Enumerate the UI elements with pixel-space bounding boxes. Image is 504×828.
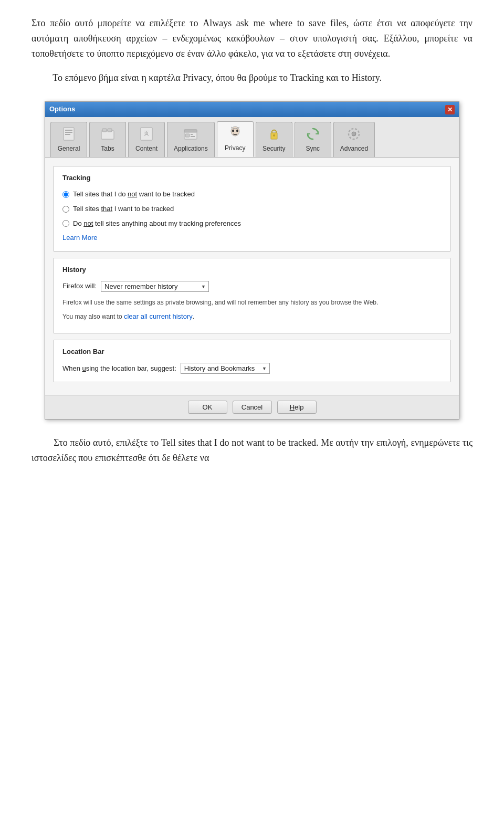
applications-icon (182, 125, 199, 142)
tab-general[interactable]: General (50, 122, 87, 157)
tab-advanced-label: Advanced (340, 144, 368, 154)
tab-privacy-label: Privacy (225, 143, 245, 153)
suggest-label: When using the location bar, suggest: (62, 363, 176, 374)
dialog-title: Options (49, 104, 75, 115)
tab-security-label: Security (262, 144, 285, 154)
tracking-option-2-row: Tell sites that I want to be tracked (62, 204, 442, 215)
tracking-option-3-row: Do not tell sites anything about my trac… (62, 218, 442, 229)
clear-history-link[interactable]: clear all current history (124, 312, 193, 320)
tracking-option-1-row: Tell sites that I do not want to be trac… (62, 189, 442, 200)
paragraph-1: Στο πεδίο αυτό μπορείτε να επιλέξετε το … (32, 16, 472, 61)
location-dropdown[interactable]: History and Bookmarks History Bookmarks … (181, 363, 270, 374)
tab-tabs[interactable]: Tabs (89, 122, 126, 157)
help-button[interactable]: Help (277, 401, 317, 414)
security-icon (266, 125, 282, 142)
svg-rect-6 (108, 129, 112, 132)
svg-rect-11 (185, 134, 190, 137)
toolbar: General Tabs 页 (45, 117, 459, 158)
tracking-radio-3[interactable] (62, 220, 69, 227)
tracking-label-1: Tell sites that I do not want to be trac… (73, 189, 195, 200)
history-row: Firefox will: Remember history Never rem… (62, 281, 442, 292)
learn-more-row: Learn More (62, 233, 442, 244)
location-select-wrapper: History and Bookmarks History Bookmarks … (181, 363, 270, 374)
tab-advanced[interactable]: Advanced (333, 122, 375, 157)
tracking-title: Tracking (62, 173, 442, 184)
advanced-icon (345, 125, 362, 142)
dialog-buttons: OK Cancel Help (45, 395, 459, 419)
tracking-label-2: Tell sites that I want to be tracked (73, 204, 174, 215)
tracking-section: Tracking Tell sites that I do not want t… (54, 166, 450, 251)
dialog-wrapper: Options ✕ General (32, 101, 472, 420)
tab-general-label: General (58, 144, 80, 154)
svg-rect-3 (65, 134, 70, 135)
firefox-will-label: Firefox will: (62, 281, 97, 292)
location-bar-section: Location Bar When using the location bar… (54, 340, 450, 382)
svg-point-16 (236, 129, 238, 132)
content-icon: 页 (138, 125, 155, 142)
svg-point-15 (232, 129, 234, 132)
cancel-button[interactable]: Cancel (233, 401, 272, 414)
svg-rect-1 (65, 130, 72, 131)
location-bar-row: When using the location bar, suggest: Hi… (62, 363, 442, 374)
tab-sync[interactable]: Sync (295, 122, 331, 157)
svg-rect-12 (191, 134, 193, 135)
svg-rect-10 (184, 130, 197, 132)
paragraph-3: Στο πεδίο αυτό, επιλέξτε το Tell sites t… (32, 435, 472, 466)
svg-point-18 (273, 134, 275, 137)
history-clear-text: You may also want to clear all current h… (62, 311, 442, 322)
paragraph-2: Το επόμενο βήμα είναι η καρτέλα Privacy,… (32, 70, 472, 86)
tab-applications[interactable]: Applications (167, 122, 215, 157)
location-bar-title: Location Bar (62, 347, 442, 358)
history-info-text: Firefox will use the same settings as pr… (62, 298, 442, 307)
general-icon (60, 125, 77, 142)
svg-rect-13 (191, 136, 195, 137)
dialog-content: Tracking Tell sites that I do not want t… (45, 158, 459, 395)
tab-content[interactable]: 页 Content (128, 122, 165, 157)
tracking-radio-1[interactable] (62, 191, 69, 198)
svg-text:页: 页 (144, 130, 149, 136)
history-title: History (62, 265, 442, 276)
history-dropdown[interactable]: Remember history Never remember history … (101, 281, 209, 292)
tabs-icon (99, 125, 116, 142)
history-section: History Firefox will: Remember history N… (54, 258, 450, 333)
tracking-radio-2[interactable] (62, 206, 69, 213)
dialog-titlebar: Options ✕ (45, 102, 459, 117)
ok-button[interactable]: OK (188, 401, 227, 414)
tab-content-label: Content (135, 144, 158, 154)
tab-tabs-label: Tabs (101, 144, 114, 154)
history-info: Firefox will use the same settings as pr… (62, 298, 442, 322)
svg-point-19 (352, 132, 356, 136)
privacy-icon (227, 125, 244, 142)
svg-rect-5 (102, 129, 107, 132)
tab-privacy[interactable]: Privacy (217, 121, 254, 157)
tab-sync-label: Sync (306, 144, 320, 154)
sync-icon (304, 125, 321, 142)
tab-applications-label: Applications (174, 144, 208, 154)
options-dialog: Options ✕ General (45, 101, 459, 420)
history-select-wrapper: Remember history Never remember history … (101, 281, 209, 292)
learn-more-link[interactable]: Learn More (62, 234, 97, 242)
svg-rect-2 (65, 132, 72, 133)
tab-security[interactable]: Security (256, 122, 292, 157)
close-button[interactable]: ✕ (445, 105, 455, 114)
tracking-label-3: Do not tell sites anything about my trac… (73, 218, 241, 229)
